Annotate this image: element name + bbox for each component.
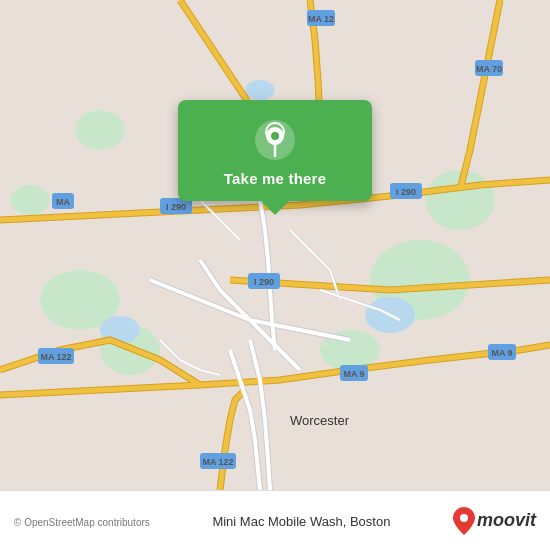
svg-text:MA 122: MA 122 [40,352,71,362]
svg-text:MA 9: MA 9 [343,369,364,379]
svg-text:MA: MA [56,197,70,207]
moovit-logo: moovit [453,507,536,535]
svg-text:I 290: I 290 [254,277,274,287]
take-me-there-button[interactable]: Take me there [224,170,326,187]
svg-text:MA 9: MA 9 [491,348,512,358]
svg-text:I 290: I 290 [396,187,416,197]
location-label: Mini Mac Mobile Wash, Boston [212,512,390,530]
svg-point-6 [75,110,125,150]
svg-point-36 [271,132,279,140]
attribution: © OpenStreetMap contributors [14,512,150,530]
svg-text:MA 12: MA 12 [308,14,334,24]
svg-point-7 [10,185,50,215]
svg-rect-0 [0,0,550,490]
svg-text:MA 70: MA 70 [476,64,502,74]
svg-text:Worcester: Worcester [290,413,350,428]
svg-text:I 290: I 290 [166,202,186,212]
popup-card[interactable]: Take me there [178,100,372,201]
svg-text:MA 122: MA 122 [202,457,233,467]
svg-point-10 [245,80,275,100]
bottom-bar: © OpenStreetMap contributors Mini Mac Mo… [0,490,550,550]
map-container: I 190 I 290 I 290 I 290 MA 12 MA 70 MA 9… [0,0,550,490]
location-pin-icon [253,118,297,162]
moovit-pin-icon [453,507,475,535]
svg-point-37 [460,514,468,522]
